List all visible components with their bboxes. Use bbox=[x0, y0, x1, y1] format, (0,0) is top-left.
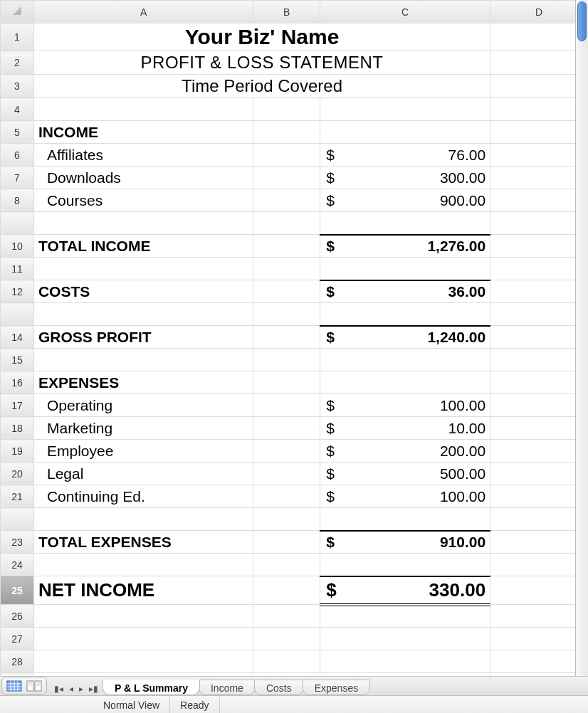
spreadsheet-area: A B C D 1 Your Biz' Name 2 PROFIT & LOSS… bbox=[0, 0, 588, 676]
expense-item-label[interactable]: Operating bbox=[34, 394, 253, 416]
col-header-B[interactable]: B bbox=[253, 1, 320, 23]
income-item-value[interactable]: $300.00 bbox=[320, 167, 490, 189]
row-header[interactable]: 20 bbox=[1, 463, 34, 485]
costs-label[interactable]: COSTS bbox=[34, 280, 253, 302]
row-header[interactable]: 28 bbox=[1, 650, 34, 673]
row-header[interactable]: 11 bbox=[1, 258, 34, 280]
col-header-A[interactable]: A bbox=[33, 1, 253, 23]
row-header[interactable]: 24 bbox=[1, 554, 34, 576]
net-income-label[interactable]: NET INCOME bbox=[34, 576, 253, 604]
gross-profit-label[interactable]: GROSS PROFIT bbox=[34, 326, 253, 348]
income-item-value[interactable]: $76.00 bbox=[320, 144, 490, 166]
svg-marker-0 bbox=[13, 6, 21, 15]
expenses-header[interactable]: EXPENSES bbox=[34, 371, 253, 394]
row-header[interactable]: 19 bbox=[1, 440, 34, 463]
row-header[interactable]: 8 bbox=[1, 189, 34, 212]
expense-item-label[interactable]: Marketing bbox=[34, 417, 253, 439]
sheet-tab-income[interactable]: Income bbox=[199, 680, 256, 695]
scroll-thumb[interactable] bbox=[577, 1, 587, 41]
expense-item-label[interactable]: Continuing Ed. bbox=[34, 485, 253, 507]
sheet-tab-summary[interactable]: P & L Summary bbox=[103, 680, 200, 695]
expense-item-value[interactable]: $100.00 bbox=[320, 485, 490, 507]
income-item-label[interactable]: Downloads bbox=[34, 167, 253, 189]
page-layout-view-icon[interactable] bbox=[26, 680, 42, 692]
row-header[interactable]: 15 bbox=[1, 349, 34, 371]
total-expenses-label[interactable]: TOTAL EXPENSES bbox=[34, 531, 253, 553]
row-header[interactable]: 18 bbox=[1, 417, 34, 440]
row-header[interactable]: 5 bbox=[1, 121, 34, 144]
view-mode-buttons[interactable] bbox=[1, 677, 47, 694]
next-sheet-button[interactable]: ▸ bbox=[79, 684, 83, 694]
expense-item-value[interactable]: $200.00 bbox=[320, 440, 490, 462]
col-header-D[interactable]: D bbox=[490, 1, 588, 23]
row-header[interactable]: 6 bbox=[1, 144, 34, 167]
status-bar: Normal View Ready bbox=[0, 696, 588, 713]
row-header[interactable]: 17 bbox=[1, 394, 34, 417]
spreadsheet-grid[interactable]: A B C D 1 Your Biz' Name 2 PROFIT & LOSS… bbox=[0, 0, 588, 696]
total-income-value[interactable]: $1,276.00 bbox=[320, 236, 490, 258]
row-header[interactable]: 10 bbox=[1, 235, 34, 258]
period-cell[interactable]: Time Period Covered bbox=[34, 75, 490, 97]
net-income-value[interactable]: $330.00 bbox=[320, 577, 490, 603]
row-header[interactable]: 26 bbox=[1, 605, 34, 628]
total-income-label[interactable]: TOTAL INCOME bbox=[34, 235, 253, 257]
subtitle-cell[interactable]: PROFIT & LOSS STATEMENT bbox=[34, 51, 490, 74]
sheet-nav-buttons: ▮◂ ◂ ▸ ▸▮ bbox=[54, 684, 98, 694]
first-sheet-button[interactable]: ▮◂ bbox=[54, 684, 63, 694]
sheet-tab-strip: ▮◂ ◂ ▸ ▸▮ P & L Summary Income Costs Exp… bbox=[0, 677, 588, 696]
row-header[interactable]: 2 bbox=[1, 51, 34, 75]
expense-item-label[interactable]: Employee bbox=[34, 440, 253, 462]
bottom-bar: ▮◂ ◂ ▸ ▸▮ P & L Summary Income Costs Exp… bbox=[0, 676, 588, 713]
status-view-mode: Normal View bbox=[0, 696, 170, 713]
row-header[interactable]: 12 bbox=[1, 280, 34, 303]
prev-sheet-button[interactable]: ◂ bbox=[69, 684, 73, 694]
expense-item-value[interactable]: $100.00 bbox=[320, 394, 490, 416]
row-header[interactable]: 23 bbox=[1, 531, 34, 554]
sheet-tab-costs[interactable]: Costs bbox=[254, 680, 304, 695]
row-header[interactable]: 27 bbox=[1, 628, 34, 650]
total-expenses-value[interactable]: $910.00 bbox=[320, 532, 490, 554]
normal-view-icon[interactable] bbox=[6, 680, 22, 692]
income-item-label[interactable]: Courses bbox=[34, 189, 253, 211]
gross-profit-value[interactable]: $1,240.00 bbox=[320, 327, 490, 349]
costs-value[interactable]: $36.00 bbox=[320, 281, 490, 303]
sheet-tab-expenses[interactable]: Expenses bbox=[303, 680, 370, 695]
row-header[interactable]: 1 bbox=[1, 23, 34, 51]
row-header[interactable]: 7 bbox=[1, 167, 34, 189]
col-header-C[interactable]: C bbox=[320, 1, 490, 23]
row-header[interactable]: 14 bbox=[1, 326, 34, 349]
income-item-label[interactable]: Affiliates bbox=[34, 144, 253, 166]
expense-item-value[interactable]: $10.00 bbox=[320, 417, 490, 439]
last-sheet-button[interactable]: ▸▮ bbox=[89, 684, 98, 694]
row-header[interactable]: 21 bbox=[1, 485, 34, 508]
expense-item-value[interactable]: $500.00 bbox=[320, 463, 490, 485]
expense-item-label[interactable]: Legal bbox=[34, 463, 253, 485]
svg-rect-9 bbox=[35, 681, 41, 691]
row-header[interactable]: 4 bbox=[1, 98, 34, 121]
svg-rect-8 bbox=[27, 681, 33, 691]
status-state: Ready bbox=[170, 696, 219, 713]
row-header-selected[interactable]: 25 bbox=[1, 576, 34, 605]
row-header[interactable]: 16 bbox=[1, 371, 34, 394]
income-item-value[interactable]: $900.00 bbox=[320, 189, 490, 211]
vertical-scrollbar[interactable] bbox=[575, 0, 588, 676]
income-header[interactable]: INCOME bbox=[34, 121, 253, 143]
select-all-corner[interactable] bbox=[1, 1, 34, 23]
row-header[interactable]: 3 bbox=[1, 75, 34, 98]
title-cell[interactable]: Your Biz' Name bbox=[34, 23, 490, 51]
